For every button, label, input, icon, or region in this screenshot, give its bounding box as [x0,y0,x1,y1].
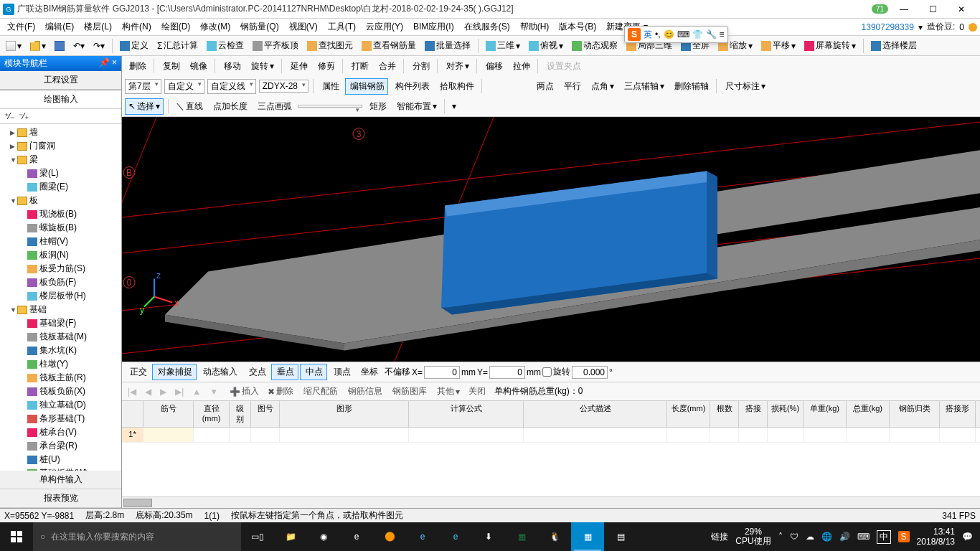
subcat-combo[interactable]: 自定义线 [207,79,256,94]
view-rebar-button[interactable]: 查看钢筋量 [359,38,419,53]
menu-online[interactable]: 在线服务(S) [460,19,514,34]
tree-node[interactable]: ▶门窗洞 [1,139,120,153]
smart-tool[interactable]: 智能布置▾ [392,99,440,114]
menu-modify[interactable]: 修改(M) [196,19,235,34]
menu-rebar[interactable]: 钢筋量(Q) [236,19,283,34]
tree-node[interactable]: 桩承台(V) [1,425,120,439]
copy-button[interactable]: 复制 [159,59,183,74]
extend-button[interactable]: 延伸 [286,59,311,74]
pan-button[interactable]: 平移▾ [758,38,798,53]
rotate-screen-button[interactable]: 屏幕旋转▾ [801,38,859,53]
tree-node[interactable]: 基础梁(F) [1,316,120,330]
pick-button[interactable]: 拾取构件 [435,79,477,94]
tray-vol-icon[interactable]: 🔊 [839,532,850,542]
define-button[interactable]: 定义 [117,38,151,53]
mirror-button[interactable]: 镜像 [186,59,210,74]
task-view-icon[interactable]: ▭▯ [241,522,274,551]
mid-button[interactable]: 中点 [300,364,327,380]
rotate-input[interactable] [572,366,608,379]
tray-sogou-icon[interactable]: S [898,531,910,542]
delaux-button[interactable]: 删除辅轴 [670,79,712,94]
rect-tool[interactable]: 矩形 [365,99,390,114]
nav-first[interactable]: |◀ [125,387,139,397]
folder-icon[interactable]: 📁 [274,522,307,551]
tray-cloud-icon[interactable]: ☁ [806,532,814,542]
stretch-button[interactable]: 拉伸 [509,59,533,74]
offset-combo[interactable]: 不偏移 [385,366,410,378]
rotate-btn[interactable]: 旋转▾ [247,59,277,74]
comp-list-button[interactable]: 构件列表 [391,79,433,94]
move-button[interactable]: 移动 [220,59,244,74]
ime-lang[interactable]: 英 [644,29,652,41]
extra-combo[interactable]: ▾ [449,100,459,113]
break-button[interactable]: 打断 [347,59,372,74]
nav-prev[interactable]: ◀ [142,387,154,397]
xunlei-icon[interactable]: ⬇ [472,522,505,551]
tree-node[interactable]: 柱墩(Y) [1,357,120,371]
offset-button[interactable]: 偏移 [481,59,506,74]
menu-help[interactable]: 帮助(H) [516,19,554,34]
ie-icon[interactable]: e [439,522,472,551]
dynin-button[interactable]: 动态输入 [198,364,241,380]
top-view-button[interactable]: 俯视▾ [526,38,566,53]
tree-node[interactable]: 桩(U) [1,453,120,466]
user-phone[interactable]: 13907298339 [862,22,914,32]
h-scrollbar[interactable] [122,496,980,508]
level-top-button[interactable]: 平齐板顶 [250,38,301,53]
undo-button[interactable]: ↶▾ [70,39,88,52]
perp-button[interactable]: 垂点 [271,364,298,380]
tree-node[interactable]: 筏板主筋(R) [1,371,120,385]
nav-up[interactable]: ▲ [189,387,204,397]
notification-badge[interactable]: 71 [872,4,888,14]
select-tool[interactable]: ↖ 选择 ▾ [125,98,164,115]
expand-icon[interactable]: ⁺⁄₋ [4,111,14,121]
align-button[interactable]: 对齐▾ [442,59,472,74]
edit-rebar-button[interactable]: 编辑钢筋 [345,78,388,95]
trim-button[interactable]: 修剪 [314,59,338,74]
grid-insert[interactable]: ➕插入 [227,384,262,399]
edge-icon[interactable]: e [406,522,439,551]
qq-icon[interactable]: 🐧 [538,522,571,551]
rebar-grid[interactable]: 筋号 直径(mm) 级别 图号 图形 计算公式 公式描述 长度(mm) 根数 搭… [122,400,980,508]
menu-version[interactable]: 版本号(B) [555,19,600,34]
menu-component[interactable]: 构件(N) [118,19,156,34]
category-combo[interactable]: 自定义 [164,79,204,94]
tray-keyboard-icon[interactable]: ⌨ [857,532,870,542]
ime-punct-icon[interactable]: •, [655,29,661,39]
maximize-button[interactable]: ☐ [923,4,943,14]
ime-keyboard-icon[interactable]: ⌨ [677,29,689,39]
dim-button[interactable]: 尺寸标注▾ [721,79,768,94]
ime-tool-icon[interactable]: 🔧 [706,29,717,39]
panel-close-icon[interactable]: × [112,57,117,67]
grid-scale[interactable]: 缩尺配筋 [299,384,341,399]
delete-button[interactable]: 删除 [125,59,149,74]
tray-ime[interactable]: 中 [877,530,891,544]
tree-node[interactable]: 板洞(N) [1,248,120,262]
minimize-button[interactable]: — [894,4,914,14]
tree-node[interactable]: 板负筋(F) [1,276,120,289]
project-settings-tab[interactable]: 工程设置 [0,71,121,90]
menu-file[interactable]: 文件(F) [3,19,39,34]
batch-select-button[interactable]: 批量选择 [422,38,473,53]
menu-cloud[interactable]: 云应用(Y) [362,19,407,34]
nav-next[interactable]: ▶ [157,387,169,397]
tray-notif-icon[interactable]: 💬 [962,532,973,542]
cloud-check-button[interactable]: 云检查 [204,38,247,53]
find-button[interactable]: 查找图元 [304,38,356,53]
3d-button[interactable]: 三维▾ [483,38,523,53]
edge-legacy-icon[interactable]: e [340,522,373,551]
parallel-button[interactable]: 平行 [560,79,584,94]
ime-emoji-icon[interactable]: 😊 [664,29,674,39]
menu-edit[interactable]: 编辑(E) [41,19,78,34]
tree-node[interactable]: 筏板负筋(X) [1,385,120,398]
osnap-button[interactable]: 对象捕捉 [152,364,197,380]
menu-view[interactable]: 视图(V) [285,19,322,34]
tree-node[interactable]: 承台梁(R) [1,439,120,453]
save-button[interactable] [52,39,67,52]
tray-link[interactable]: 链接 [711,531,728,543]
grid-other[interactable]: 其他▾ [433,384,463,399]
tree-node[interactable]: 楼层板带(H) [1,289,120,303]
ortho-button[interactable]: 正交 [125,364,151,380]
ime-skin-icon[interactable]: 👕 [692,29,703,39]
tree-node[interactable]: 梁(L) [1,166,120,180]
